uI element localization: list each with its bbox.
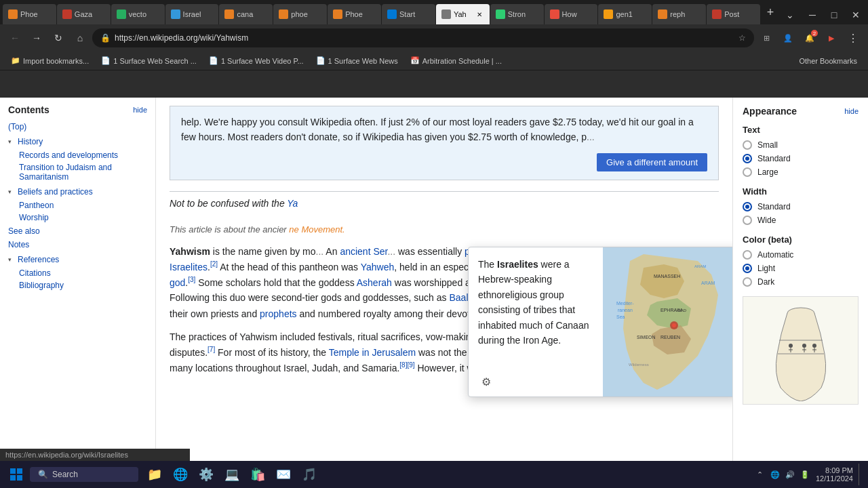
text-small-option[interactable]: Small	[743, 140, 859, 150]
back-button[interactable]: ←	[5, 28, 24, 47]
width-standard-radio[interactable]	[743, 202, 752, 211]
ref-7[interactable]: [7]	[208, 346, 215, 353]
toc-item-references[interactable]: References	[18, 253, 59, 266]
maximize-button[interactable]: □	[825, 5, 844, 24]
tab-12[interactable]: gen1	[598, 4, 652, 24]
bookmark-1[interactable]: 📄 1 Surface Web Search ...	[96, 54, 202, 68]
toc-item-see-also[interactable]: See also	[8, 225, 147, 237]
tab-1[interactable]: Phoe	[3, 4, 56, 24]
close-button[interactable]: ✕	[846, 5, 865, 24]
tab-add-button[interactable]: +	[761, 3, 780, 22]
toc-item-records[interactable]: Records and developments	[19, 149, 147, 161]
tab-9-active[interactable]: Yah ✕	[436, 4, 490, 24]
home-button[interactable]: ⌂	[71, 28, 90, 47]
tab-3[interactable]: vecto	[111, 4, 165, 24]
donate-button[interactable]: Give a different amount	[597, 153, 707, 171]
tab-5[interactable]: cana	[219, 4, 273, 24]
link-prophets[interactable]: prophets	[260, 308, 296, 319]
bookmark-2[interactable]: 📄 1 Surface Web Video P...	[203, 54, 309, 68]
tab-7[interactable]: Phoe	[328, 4, 381, 24]
text-small-radio[interactable]	[743, 140, 752, 150]
ya-link[interactable]: Ya	[287, 198, 298, 209]
link-israelites[interactable]: Israelites	[170, 262, 208, 272]
taskbar-terminal[interactable]: 💻	[221, 464, 243, 485]
show-desktop-button[interactable]	[859, 464, 863, 485]
menu-button[interactable]: ⋮	[844, 28, 863, 47]
text-large-option[interactable]: Large	[743, 167, 859, 177]
tab-close-9[interactable]: ✕	[475, 9, 484, 19]
toc-item-top[interactable]: (Top)	[8, 121, 147, 133]
ref-89[interactable]: [8][9]	[399, 361, 414, 369]
toc-item-pantheon[interactable]: Pantheon	[19, 199, 147, 211]
ref-2[interactable]: [2]	[210, 260, 218, 268]
tab-6[interactable]: phoe	[273, 4, 327, 24]
other-bookmarks[interactable]: Other Bookmarks	[793, 54, 863, 68]
taskbar-edge[interactable]: 🌐	[170, 464, 191, 485]
youtube-button[interactable]: ▶	[822, 28, 841, 47]
start-button[interactable]	[5, 464, 27, 485]
star-icon[interactable]: ☆	[738, 33, 746, 43]
toc-chevron-history[interactable]: ▾	[8, 138, 15, 145]
profile-button[interactable]: 👤	[778, 28, 797, 47]
notifications-button[interactable]: 🔔 2	[800, 28, 819, 47]
color-dark-option[interactable]: Dark	[743, 277, 859, 287]
forward-button[interactable]: →	[27, 28, 46, 47]
color-automatic-option[interactable]: Automatic	[743, 250, 859, 260]
tray-battery[interactable]: 🔋	[800, 469, 810, 480]
toc-chevron-references[interactable]: ▾	[8, 256, 15, 263]
link-temple-jerusalem[interactable]: Temple in Jerusalem	[329, 347, 416, 358]
toc-item-notes[interactable]: Notes	[8, 239, 147, 251]
tray-network[interactable]: 🌐	[770, 469, 781, 480]
taskbar-settings[interactable]: ⚙️	[195, 464, 217, 485]
toc-item-beliefs[interactable]: Beliefs and practices	[18, 186, 93, 198]
taskbar-file-explorer[interactable]: 📁	[144, 464, 165, 485]
taskbar-clock[interactable]: 8:09 PM 12/11/2024	[816, 466, 853, 483]
taskbar-store[interactable]: 🛍️	[247, 464, 269, 485]
toc-item-history[interactable]: History	[18, 136, 43, 148]
text-standard-radio[interactable]	[743, 154, 752, 163]
bookmark-3[interactable]: 📄 1 Surface Web News	[311, 54, 403, 68]
link-asherah[interactable]: Asherah	[357, 277, 392, 288]
link-baal[interactable]: Baal	[449, 292, 468, 303]
bookmark-import[interactable]: 📁 Import bookmarks...	[5, 54, 94, 68]
tab-8[interactable]: Start	[382, 4, 435, 24]
tab-13[interactable]: reph	[652, 4, 706, 24]
taskbar-music[interactable]: 🎵	[298, 464, 320, 485]
toc-item-citations[interactable]: Citations	[19, 267, 147, 279]
ref-3a[interactable]: [3]	[188, 276, 195, 283]
taskbar-search[interactable]: 🔍 Search	[30, 467, 138, 482]
toc-hide-button[interactable]: hide	[133, 106, 147, 114]
toc-item-bibliography[interactable]: Bibliography	[19, 279, 147, 291]
tab-overflow-button[interactable]: ⌄	[781, 5, 800, 24]
tab-4[interactable]: Israel	[165, 4, 219, 24]
tooltip-settings-gear[interactable]: ⚙	[478, 373, 494, 390]
taskbar-mail[interactable]: ✉️	[273, 464, 294, 485]
tab-11[interactable]: How	[545, 4, 598, 24]
color-dark-radio[interactable]	[743, 277, 752, 287]
text-standard-option[interactable]: Standard	[743, 154, 859, 163]
toc-item-worship[interactable]: Worship	[19, 211, 147, 224]
reload-button[interactable]: ↻	[49, 28, 68, 47]
text-large-radio[interactable]	[743, 167, 752, 177]
width-standard-option[interactable]: Standard	[743, 202, 859, 211]
tray-up-arrow[interactable]: ⌃	[755, 469, 766, 480]
tab-2[interactable]: Gaza	[57, 4, 111, 24]
tab-10[interactable]: Stron	[490, 4, 544, 24]
svg-point-20	[802, 344, 806, 348]
minimize-button[interactable]: ─	[803, 5, 822, 24]
bookmark-4[interactable]: 📅 Arbitration Schedule | ...	[405, 54, 507, 68]
color-automatic-radio[interactable]	[743, 250, 752, 260]
appearance-hide-button[interactable]: hide	[844, 107, 859, 115]
extensions-button[interactable]: ⊞	[757, 28, 776, 47]
tab-14[interactable]: Post	[707, 4, 760, 24]
toc-chevron-beliefs[interactable]: ▾	[8, 188, 15, 195]
link-ancient-semitic[interactable]: ancient Ser	[340, 246, 387, 257]
link-yahweh[interactable]: Yahweh	[361, 262, 395, 272]
url-bar[interactable]: 🔒 https://en.wikipedia.org/wiki/Yahwism …	[92, 28, 754, 47]
color-light-option[interactable]: Light	[743, 264, 859, 273]
width-wide-option[interactable]: Wide	[743, 216, 859, 225]
toc-item-transition[interactable]: Transition to Judaism and Samaritanism	[19, 161, 147, 183]
width-wide-radio[interactable]	[743, 216, 752, 225]
color-light-radio[interactable]	[743, 264, 752, 273]
tray-volume[interactable]: 🔊	[785, 469, 795, 480]
